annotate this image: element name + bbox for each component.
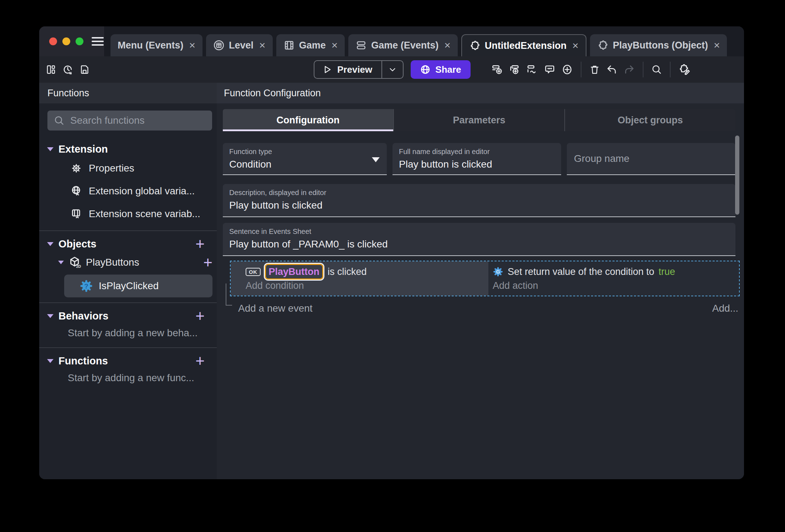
- delete-icon[interactable]: [589, 64, 600, 75]
- sidebar-item-extension-scene-variables[interactable]: Extension scene variab...: [39, 203, 217, 225]
- section-label: Extension: [58, 143, 108, 155]
- puzzle-icon: [469, 40, 481, 51]
- chevron-down-icon: [388, 65, 397, 74]
- app-window: Menu (Events) × Level × Game ×: [39, 26, 744, 479]
- share-label: Share: [435, 64, 461, 75]
- button-ok-icon: OK: [246, 268, 261, 276]
- item-label: Extension global varia...: [89, 185, 195, 197]
- close-icon[interactable]: ×: [332, 40, 338, 51]
- tab-parameters[interactable]: Parameters: [393, 109, 564, 131]
- close-icon[interactable]: ×: [189, 40, 196, 51]
- close-icon[interactable]: ×: [572, 40, 579, 51]
- close-icon[interactable]: ×: [714, 40, 720, 51]
- divider: [39, 230, 217, 231]
- item-label: PlayButtons: [86, 257, 139, 268]
- events-sheet-icon: [355, 40, 367, 51]
- chevron-down-icon[interactable]: [47, 359, 53, 363]
- add-circle-icon[interactable]: [561, 64, 573, 75]
- add-subevent-icon[interactable]: [509, 64, 520, 75]
- sidebar-item-properties[interactable]: Properties: [39, 157, 217, 180]
- preview-options-button[interactable]: [381, 60, 403, 79]
- events-sheet: OK PlayButton is clicked Add condition G…: [230, 261, 740, 314]
- sidebar-item-extension-global-variables[interactable]: Extension global varia...: [39, 180, 217, 203]
- tab-configuration[interactable]: Configuration: [223, 109, 393, 131]
- search-functions-box[interactable]: [47, 111, 212, 131]
- add-more-button[interactable]: Add...: [712, 303, 738, 314]
- toolbar: Preview Share: [39, 56, 744, 83]
- close-window-button[interactable]: [49, 37, 57, 45]
- group-name-field[interactable]: [567, 143, 735, 175]
- sentence-field[interactable]: Sentence in Events Sheet Play button of …: [223, 223, 735, 256]
- condition-function-icon: ?: [79, 279, 93, 293]
- full-name-field[interactable]: Full name displayed in editor Play butto…: [392, 143, 561, 175]
- field-label: Description, displayed in editor: [229, 189, 730, 197]
- add-other-event-icon[interactable]: [527, 64, 538, 75]
- add-behavior-button[interactable]: +: [195, 308, 205, 324]
- project-manager-icon[interactable]: [46, 64, 56, 75]
- scrollbar-thumb[interactable]: [735, 135, 739, 215]
- tab-untitled-extension[interactable]: UntitledExtension ×: [461, 34, 586, 56]
- tab-playbuttons-object[interactable]: PlayButtons (Object) ×: [590, 34, 727, 56]
- menu-icon[interactable]: [92, 37, 104, 46]
- add-condition-button[interactable]: Add condition: [246, 280, 488, 291]
- history-icon[interactable]: [62, 64, 73, 75]
- functions-sidebar: Functions Extension Properties: [39, 83, 217, 479]
- field-value: Condition: [229, 159, 381, 170]
- item-label: Extension scene variab...: [89, 208, 200, 220]
- add-function-button[interactable]: +: [195, 353, 205, 369]
- search-icon[interactable]: [651, 64, 662, 75]
- preview-button[interactable]: Preview: [314, 60, 404, 79]
- selected-object-name[interactable]: PlayButton: [265, 264, 324, 280]
- sidebar-item-isplayclicked[interactable]: ? IsPlayClicked: [64, 275, 212, 297]
- tab-object-groups[interactable]: Object groups: [564, 109, 735, 131]
- panel-title: Function Configuration: [217, 83, 744, 103]
- chevron-down-icon[interactable]: [47, 147, 53, 151]
- configuration-form: Function type Condition Full name displa…: [217, 143, 744, 256]
- add-event-icon[interactable]: [492, 64, 503, 75]
- comment-icon[interactable]: [544, 64, 555, 75]
- chevron-down-icon[interactable]: [58, 261, 64, 264]
- description-field[interactable]: Description, displayed in editor Play bu…: [223, 184, 735, 217]
- add-action-button[interactable]: Add action: [493, 280, 739, 291]
- add-object-function-button[interactable]: +: [203, 255, 212, 270]
- tab-level[interactable]: Level ×: [206, 34, 273, 56]
- conditions-column[interactable]: OK PlayButton is clicked Add condition: [231, 261, 488, 296]
- event-row[interactable]: OK PlayButton is clicked Add condition G…: [230, 261, 740, 296]
- sidebar-item-playbuttons[interactable]: 2D PlayButtons +: [39, 252, 217, 273]
- fullscreen-window-button[interactable]: [76, 37, 83, 45]
- close-icon[interactable]: ×: [259, 40, 266, 51]
- edit-extension-icon[interactable]: [678, 63, 691, 76]
- actions-column[interactable]: G Set return value of the condition to t…: [488, 261, 739, 296]
- play-icon: [322, 65, 332, 75]
- chevron-down-icon[interactable]: [47, 314, 53, 318]
- save-icon[interactable]: [79, 64, 90, 75]
- chevron-down-icon[interactable]: [47, 242, 53, 246]
- add-new-event-button[interactable]: Add a new event: [238, 303, 313, 314]
- section-objects[interactable]: Objects +: [39, 236, 217, 252]
- action-value: true: [658, 266, 675, 277]
- object-2d-icon: 2D: [68, 256, 81, 269]
- divider: [39, 302, 217, 303]
- item-label: IsPlayClicked: [99, 280, 159, 292]
- minimize-window-button[interactable]: [62, 37, 70, 45]
- tab-game-events[interactable]: Game (Events) ×: [348, 34, 458, 56]
- group-name-input[interactable]: [573, 153, 730, 165]
- tab-menu-events[interactable]: Menu (Events) ×: [111, 34, 202, 56]
- tab-game[interactable]: Game ×: [276, 34, 345, 56]
- search-functions-input[interactable]: [70, 114, 206, 127]
- titlebar: Menu (Events) × Level × Game ×: [39, 26, 744, 56]
- function-type-select[interactable]: Function type Condition: [223, 143, 387, 175]
- add-object-button[interactable]: +: [195, 236, 205, 252]
- tab-label: Game (Events): [371, 40, 438, 51]
- configuration-tabstrip: Configuration Parameters Object groups: [223, 109, 735, 131]
- function-configuration-panel: Function Configuration Configuration Par…: [217, 83, 744, 479]
- share-button[interactable]: Share: [411, 60, 470, 79]
- event-bracket: [226, 283, 232, 306]
- section-extension[interactable]: Extension: [39, 141, 217, 157]
- film-icon: [283, 40, 295, 51]
- undo-icon[interactable]: [606, 64, 617, 75]
- section-behaviors[interactable]: Behaviors +: [39, 308, 217, 324]
- redo-icon[interactable]: [624, 64, 635, 75]
- close-icon[interactable]: ×: [444, 40, 451, 51]
- section-functions[interactable]: Functions +: [39, 353, 217, 369]
